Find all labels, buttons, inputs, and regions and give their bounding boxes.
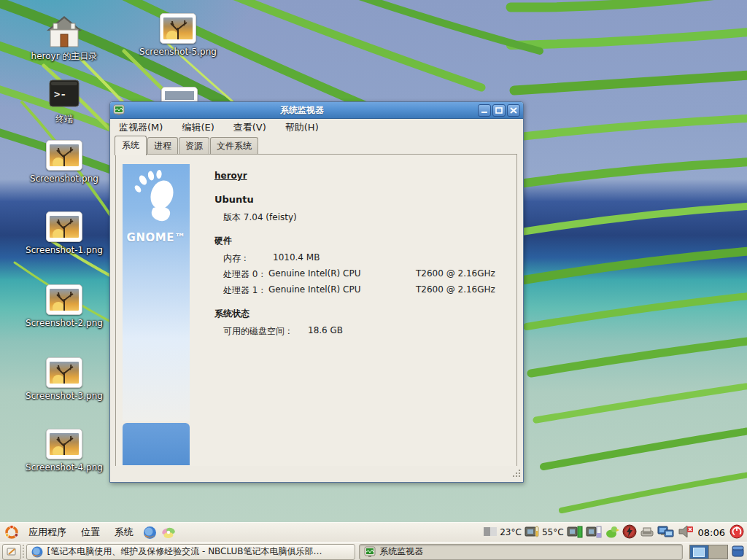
firefox-launcher-icon[interactable]: [143, 526, 157, 540]
menu-help[interactable]: 帮助(H): [285, 121, 319, 134]
desktop-icon-label: Screenshot-5.png: [139, 47, 217, 57]
minimize-button[interactable]: [478, 104, 491, 117]
taskbar-item-label: 系统监视器: [379, 545, 423, 558]
cpu0-label: 处理器 0：: [223, 268, 266, 281]
desktop-icon-label: heroyr 的主目录: [31, 51, 98, 61]
taskbar-item-firefox[interactable]: [笔记本电脑使用、维护及保修经验交流 - NBCLUB笔记本电脑俱乐部…: [26, 544, 355, 560]
window-title: 系统监视器: [126, 104, 478, 117]
menu-applications[interactable]: 应用程序: [28, 526, 66, 539]
image-thumbnail-icon: [46, 357, 82, 388]
menu-view[interactable]: 查看(V): [233, 121, 266, 134]
cpufreq-applet-cpu0-icon[interactable]: [567, 525, 583, 540]
hardware-section-title: 硬件: [214, 235, 232, 247]
hostname-text: heroyr: [214, 171, 247, 181]
memory-label: 内存：: [223, 252, 249, 265]
tab-resources[interactable]: 资源: [179, 137, 209, 155]
window-titlebar[interactable]: 系统监视器: [110, 102, 523, 119]
desktop-icon-label: Screenshot-3.png: [26, 391, 103, 401]
close-button[interactable]: [507, 104, 520, 117]
tab-system[interactable]: 系统: [115, 136, 147, 155]
show-desktop-button[interactable]: [2, 544, 21, 560]
workspace-switcher: [689, 545, 728, 559]
window-statusbar: [110, 466, 522, 478]
ambient-temperature: 23°C: [500, 527, 522, 537]
desktop-icon-home[interactable]: heroyr 的主目录: [16, 15, 112, 62]
menu-edit[interactable]: 编辑(E): [182, 121, 214, 134]
image-thumbnail-icon: [46, 284, 82, 315]
menu-system[interactable]: 系统: [115, 526, 133, 539]
gnome-foot-icon: [133, 170, 179, 230]
desktop-icon-label: Screenshot-2.png: [26, 318, 103, 328]
cpu0-model: Genuine Intel(R) CPU: [268, 268, 361, 279]
pinwheel-app-launcher-icon[interactable]: [161, 526, 176, 540]
cpu-temperature: 55°C: [542, 527, 564, 537]
gnome-panel-top: 应用程序 位置 系统 23°C 55°C: [0, 522, 747, 542]
taskbar-item-system-monitor[interactable]: 系统监视器: [359, 544, 683, 560]
quit-button-icon[interactable]: [729, 524, 744, 541]
clock-applet[interactable]: 08:06: [698, 527, 725, 538]
cpu-temperature-icon[interactable]: [525, 525, 539, 540]
system-tab-content: GNOME™ heroyr Ubuntu 版本 7.04 (feisty) 硬件…: [115, 154, 517, 467]
distro-version: 版本 7.04 (feisty): [223, 211, 297, 224]
disk-label: 可用的磁盘空间：: [223, 325, 293, 338]
maximize-button[interactable]: [492, 104, 506, 117]
tab-processes[interactable]: 进程: [147, 137, 178, 155]
messenger-status-icon[interactable]: [605, 525, 619, 540]
resize-grip[interactable]: [511, 468, 520, 477]
svg-text:>-: >-: [54, 88, 66, 100]
cpu1-detail: T2600 @ 2.16GHz: [416, 284, 495, 295]
desktop-icon-partially-hidden[interactable]: [161, 87, 198, 103]
printer-applet-icon[interactable]: [640, 526, 654, 540]
image-thumbnail-icon: [46, 211, 82, 242]
gnome-logo-text: GNOME™: [123, 231, 190, 244]
image-thumbnail-icon: [46, 429, 82, 459]
desktop-icon-screenshot4[interactable]: Screenshot-4.png: [16, 429, 112, 473]
desktop-icon-label: Screenshot-4.png: [26, 462, 103, 472]
system-monitor-icon: [113, 104, 125, 116]
distro-name: Ubuntu: [214, 194, 254, 205]
disk-value: 18.6 GB: [308, 325, 343, 335]
workspace-1[interactable]: [690, 545, 708, 559]
cpufreq-applet-cpu1-icon[interactable]: [586, 525, 602, 540]
desktop-icon-label: 终端: [55, 114, 73, 124]
firefox-icon: [31, 546, 43, 558]
terminal-icon: >-: [45, 77, 83, 111]
system-monitor-icon: [364, 546, 376, 558]
cpu1-model: Genuine Intel(R) CPU: [268, 284, 361, 295]
desktop-icon-label: Screenshot.png: [30, 174, 98, 184]
workspace-2[interactable]: [708, 545, 727, 559]
cpu0-detail: T2600 @ 2.16GHz: [416, 268, 495, 279]
system-tray: 23°C 55°C: [484, 524, 747, 541]
image-thumbnail-icon: [46, 140, 82, 171]
home-folder-icon: [45, 15, 83, 48]
desktop-icon-screenshot5[interactable]: Screenshot-5.png: [130, 13, 226, 58]
desktop-icon-screenshot1[interactable]: Screenshot-1.png: [16, 211, 112, 256]
tab-filesystems[interactable]: 文件系统: [210, 137, 258, 155]
gnome-panel-bottom: [笔记本电脑使用、维护及保修经验交流 - NBCLUB笔记本电脑俱乐部… 系统监…: [0, 542, 747, 560]
volume-muted-icon[interactable]: [678, 525, 694, 540]
brightness-applet-icon[interactable]: [484, 526, 497, 539]
system-monitor-window: 系统监视器 监视器(M) 编辑(E) 查看(V) 帮助(H) 系统 进程 资源 …: [109, 101, 524, 483]
desktop-icon-screenshot2[interactable]: Screenshot-2.png: [16, 284, 112, 329]
window-menubar: 监视器(M) 编辑(E) 查看(V) 帮助(H): [110, 119, 523, 136]
sidebar-bottom-block: [123, 423, 190, 465]
desktop-icon-screenshot3[interactable]: Screenshot-3.png: [16, 357, 112, 402]
panel-handle[interactable]: [23, 545, 25, 559]
power-manager-icon[interactable]: [622, 524, 637, 541]
menu-places[interactable]: 位置: [81, 526, 100, 539]
trash-applet-icon[interactable]: [731, 544, 745, 560]
status-section-title: 系统状态: [214, 308, 249, 320]
gnome-sidebar: GNOME™: [123, 164, 190, 421]
memory-value: 1010.4 MB: [273, 252, 320, 262]
desktop-icon-terminal[interactable]: >- 终端: [16, 77, 112, 125]
cpu1-label: 处理器 1：: [223, 284, 266, 297]
network-monitor-icon[interactable]: [657, 524, 675, 541]
menu-monitor[interactable]: 监视器(M): [119, 121, 163, 134]
image-thumbnail-icon: [160, 13, 196, 44]
desktop-icon-label: Screenshot-1.png: [26, 245, 103, 255]
taskbar-item-label: [笔记本电脑使用、维护及保修经验交流 - NBCLUB笔记本电脑俱乐部…: [47, 545, 322, 558]
tab-bar: 系统 进程 资源 文件系统: [110, 136, 523, 155]
desktop-icon-screenshot[interactable]: Screenshot.png: [16, 140, 112, 184]
ubuntu-logo-icon[interactable]: [4, 525, 19, 540]
